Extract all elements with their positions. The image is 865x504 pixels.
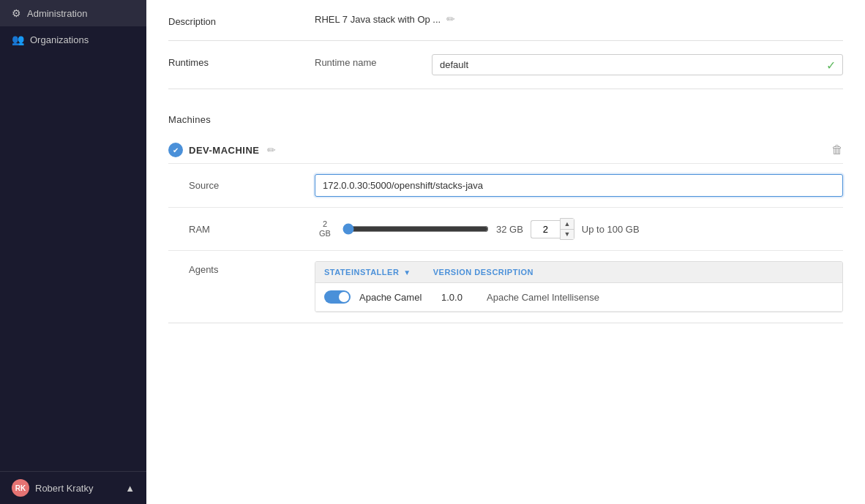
ram-controls: 2 GB 32 GB ▲ ▼ Up to 100 GB	[315, 218, 843, 240]
ram-up-to-label: Up to 100 GB	[582, 224, 640, 235]
description-label: Description	[168, 13, 315, 27]
avatar: RK	[12, 479, 29, 497]
machine-delete-icon[interactable]: 🗑	[831, 143, 843, 157]
sidebar-item-label: Organizations	[30, 34, 89, 45]
agents-row: Agents STATEINSTALLER ▼ VERSION DESCRIPT…	[168, 251, 843, 323]
machine-edit-icon[interactable]: ✏	[267, 144, 276, 156]
runtimes-row: Runtimes Runtime name ✓	[168, 41, 843, 89]
runtime-input-wrap: ✓	[432, 54, 843, 75]
agent-name: Apache Camel	[359, 292, 432, 303]
sidebar-item-administration[interactable]: ⚙ Administration	[0, 0, 146, 26]
source-label: Source	[168, 180, 315, 191]
ram-increment-button[interactable]: ▲	[561, 219, 574, 229]
runtimes-label: Runtimes	[168, 54, 315, 68]
machine-name: DEV-MACHINE	[189, 145, 260, 156]
machines-title: Machines	[168, 114, 843, 125]
agents-table: STATEINSTALLER ▼ VERSION DESCRIPTION Apa…	[315, 261, 843, 312]
sidebar-item-organizations[interactable]: 👥 Organizations	[0, 26, 146, 53]
sidebar-bottom: RK Robert Kratky ▲	[0, 471, 146, 504]
ram-decrement-button[interactable]: ▼	[561, 229, 574, 239]
ram-label: RAM	[168, 224, 315, 235]
toggle-knob	[339, 292, 349, 302]
sidebar-item-label: Administration	[27, 8, 87, 19]
runtime-name-label: Runtime name	[315, 54, 432, 68]
agent-toggle[interactable]	[324, 290, 351, 304]
runtime-name-input[interactable]	[432, 54, 843, 75]
main-content: Description RHEL 7 Java stack with Op ..…	[146, 0, 865, 504]
description-content: RHEL 7 Java stack with Op ... ✏	[315, 13, 843, 25]
source-input[interactable]	[315, 174, 843, 197]
ram-spinner: ▲ ▼	[531, 218, 574, 240]
ram-spinner-input[interactable]	[531, 220, 560, 238]
ram-slider[interactable]	[342, 223, 489, 235]
user-info: RK Robert Kratky	[12, 479, 93, 497]
agent-row: Apache Camel 1.0.0 Apache Camel Intellis…	[315, 283, 842, 312]
agent-description: Apache Camel Intellisense	[487, 292, 599, 303]
machine-status-icon: ✔	[168, 143, 183, 157]
description-edit-icon[interactable]: ✏	[446, 13, 455, 25]
machine-row: ✔ DEV-MACHINE ✏ 🗑	[168, 137, 843, 164]
agents-col-stateinstaller[interactable]: STATEINSTALLER ▼	[324, 268, 411, 277]
machines-section: Machines ✔ DEV-MACHINE ✏ 🗑 Source RAM 2 …	[168, 101, 843, 323]
ram-row: RAM 2 GB 32 GB ▲ ▼ Up to 100 GB	[168, 208, 843, 251]
agent-version: 1.0.0	[441, 292, 478, 303]
sidebar: ⚙ Administration 👥 Organizations RK Robe…	[0, 0, 146, 504]
description-value: RHEL 7 Java stack with Op ...	[315, 14, 441, 25]
content-area: Description RHEL 7 Java stack with Op ..…	[146, 0, 865, 323]
agents-table-header: STATEINSTALLER ▼ VERSION DESCRIPTION	[315, 262, 842, 283]
agents-label: Agents	[168, 261, 315, 275]
runtime-check-icon: ✓	[826, 58, 836, 72]
description-row: Description RHEL 7 Java stack with Op ..…	[168, 0, 843, 41]
collapse-icon[interactable]: ▲	[125, 483, 135, 494]
stateinstaller-dropdown-icon: ▼	[403, 268, 411, 277]
username: Robert Kratky	[35, 483, 93, 494]
source-row: Source	[168, 164, 843, 208]
gear-icon: ⚙	[12, 7, 21, 19]
agents-col-version-description[interactable]: VERSION DESCRIPTION	[433, 268, 533, 277]
ram-min-label: 2 GB	[315, 219, 335, 238]
ram-max-label: 32 GB	[496, 224, 523, 235]
people-icon: 👥	[12, 34, 24, 45]
ram-spinner-buttons: ▲ ▼	[560, 218, 574, 240]
